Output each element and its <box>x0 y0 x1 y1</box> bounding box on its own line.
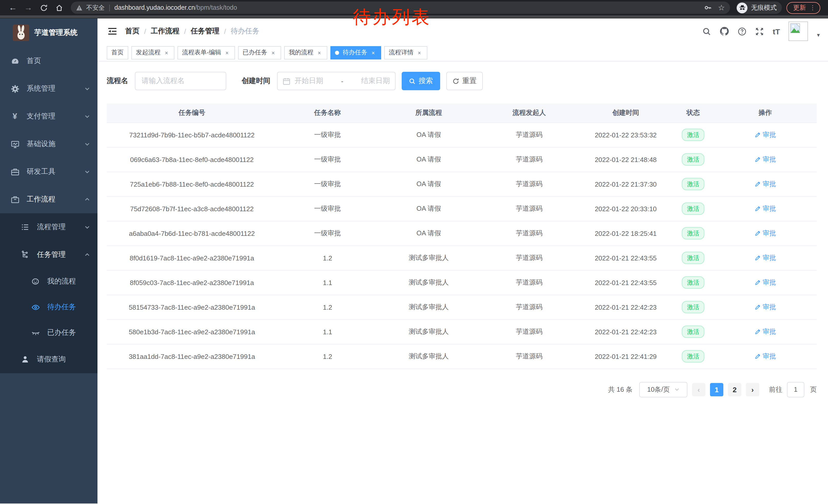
prev-page-button[interactable]: ‹ <box>692 383 705 396</box>
approve-link[interactable]: 审批 <box>754 204 776 213</box>
chevron-down-icon <box>84 141 90 147</box>
github-icon[interactable] <box>720 27 729 36</box>
sidebar-item-leave-query[interactable]: 请假查询 <box>0 346 97 373</box>
security-label: 不安全 <box>86 3 105 12</box>
sidebar-collapse-icon[interactable] <box>107 26 118 37</box>
password-key-icon[interactable] <box>704 4 712 12</box>
workflow-submenu: 流程管理 任务管理 我的流程 <box>0 213 97 373</box>
tab-done-tasks[interactable]: 已办任务× <box>238 46 281 59</box>
date-range-picker[interactable]: 开始日期 - 结束日期 <box>277 72 396 90</box>
tab-home[interactable]: 首页 <box>107 46 128 59</box>
approve-link[interactable]: 审批 <box>754 278 776 287</box>
close-icon[interactable]: × <box>416 49 423 56</box>
bookmark-star-icon[interactable]: ☆ <box>718 3 725 12</box>
approve-link[interactable]: 审批 <box>754 130 776 139</box>
screen: ← → 不安全 dashboard.yudao.iocoder.cn/bpm/t… <box>0 0 828 504</box>
tab-start-process[interactable]: 发起流程× <box>131 46 174 59</box>
sidebar-item-system[interactable]: 系统管理 <box>0 75 97 102</box>
gear-icon <box>10 84 19 93</box>
chevron-down-icon <box>84 169 90 175</box>
chevron-down-icon <box>84 86 90 92</box>
tab-process-form-edit[interactable]: 流程表单-编辑× <box>177 46 235 59</box>
browser-home-icon[interactable] <box>51 2 67 14</box>
browser-forward-icon[interactable]: → <box>20 2 36 14</box>
approve-link[interactable]: 审批 <box>754 179 776 189</box>
sidebar-item-label: 工作流程 <box>27 195 84 204</box>
create-time-label: 创建时间 <box>242 77 271 86</box>
close-icon[interactable]: × <box>316 49 323 56</box>
eye-closed-icon <box>31 328 40 337</box>
incognito-icon <box>737 2 747 13</box>
sidebar-item-dev[interactable]: 研发工具 <box>0 158 97 186</box>
navbar-tools: tT ▾ <box>703 21 820 41</box>
tab-label: 已办任务 <box>243 48 267 57</box>
avatar[interactable] <box>789 21 808 41</box>
sidebar-item-todo[interactable]: 待办任务 <box>0 294 97 320</box>
sidebar-item-infra[interactable]: 基础设施 <box>0 130 97 158</box>
status-badge: 激活 <box>682 153 704 166</box>
tab-todo-tasks[interactable]: 待办任务× <box>330 46 381 59</box>
breadcrumb-item-home[interactable]: 首页 <box>125 27 139 36</box>
cell-process: 测试多审批人 <box>378 245 480 270</box>
briefcase-icon <box>10 195 19 204</box>
next-page-button[interactable]: › <box>746 383 759 396</box>
approve-link[interactable]: 审批 <box>754 253 776 263</box>
sidebar-item-done[interactable]: 已办任务 <box>0 320 97 346</box>
sidebar-item-my-process[interactable]: 我的流程 <box>0 269 97 294</box>
sidebar-item-label: 支付管理 <box>27 112 84 121</box>
dropdown-caret-icon[interactable]: ▾ <box>817 32 820 38</box>
approve-link[interactable]: 审批 <box>754 327 776 336</box>
close-icon[interactable]: × <box>163 49 170 56</box>
sidebar-item-workflow[interactable]: 工作流程 <box>0 186 97 213</box>
cell-process: OA 请假 <box>378 172 480 196</box>
sidebar-item-process-mgmt[interactable]: 流程管理 <box>0 213 97 241</box>
tab-process-detail[interactable]: 流程详情× <box>384 46 427 59</box>
approve-link[interactable]: 审批 <box>754 155 776 164</box>
app-logo[interactable]: 芋道管理系统 <box>0 18 97 47</box>
breadcrumb-item-workflow[interactable]: 工作流程 <box>151 27 179 36</box>
page-button-1[interactable]: 1 <box>710 383 723 396</box>
browser-menu-icon[interactable]: ⋮ <box>810 4 816 11</box>
font-size-icon[interactable]: tT <box>773 27 780 36</box>
breadcrumb-item-task-mgmt[interactable]: 任务管理 <box>191 27 219 36</box>
page-size-select[interactable]: 10条/页 <box>639 382 688 397</box>
browser-back-icon[interactable]: ← <box>5 2 20 14</box>
approve-link[interactable]: 审批 <box>754 303 776 312</box>
col-process: 所属流程 <box>378 103 480 123</box>
filter-bar: 流程名 请输入流程名 创建时间 开始日期 - 结束日期 搜索 <box>107 72 817 90</box>
sidebar-item-home[interactable]: 首页 <box>0 47 97 75</box>
cell-task-id: 381aa1dd-7ac8-11ec-a9e2-a2380e71991a <box>107 344 277 369</box>
search-icon[interactable] <box>703 27 711 36</box>
close-icon[interactable]: × <box>224 49 230 56</box>
fullscreen-icon[interactable] <box>755 27 764 36</box>
breadcrumb-separator: / <box>144 27 146 35</box>
cell-process: OA 请假 <box>378 221 480 245</box>
cell-starter: 芋道源码 <box>480 245 579 270</box>
sidebar-item-task-mgmt[interactable]: 任务管理 <box>0 241 97 269</box>
search-button[interactable]: 搜索 <box>402 72 440 90</box>
close-icon[interactable]: × <box>370 49 377 56</box>
col-create-time: 创建时间 <box>579 103 672 123</box>
help-icon[interactable] <box>738 27 747 36</box>
table-row: 8f059c03-7ac8-11ec-a9e2-a2380e71991a 1.1… <box>107 270 817 295</box>
approve-link[interactable]: 审批 <box>754 352 776 361</box>
pencil-icon <box>754 353 760 359</box>
browser-reload-icon[interactable] <box>36 2 51 14</box>
tab-label: 待办任务 <box>343 48 367 57</box>
approve-link[interactable]: 审批 <box>754 229 776 238</box>
process-name-input[interactable]: 请输入流程名 <box>135 72 226 90</box>
page-button-2[interactable]: 2 <box>728 383 741 396</box>
pencil-icon <box>754 205 760 212</box>
dashboard-icon <box>10 56 19 65</box>
cell-task-name: 一级审批 <box>277 123 378 147</box>
close-icon[interactable]: × <box>270 49 277 56</box>
range-separator: - <box>341 77 343 85</box>
cell-task-id: 725a1eb6-7b88-11ec-8ef0-acde48001122 <box>107 172 277 196</box>
browser-update-button[interactable]: 更新 ⋮ <box>786 2 820 13</box>
reset-button[interactable]: 重置 <box>446 72 483 90</box>
tab-my-process[interactable]: 我的流程× <box>284 46 327 59</box>
sidebar-item-pay[interactable]: ¥ 支付管理 <box>0 102 97 130</box>
goto-page-input[interactable] <box>787 382 804 397</box>
cell-process: OA 请假 <box>378 123 480 147</box>
cell-starter: 芋道源码 <box>480 172 579 196</box>
